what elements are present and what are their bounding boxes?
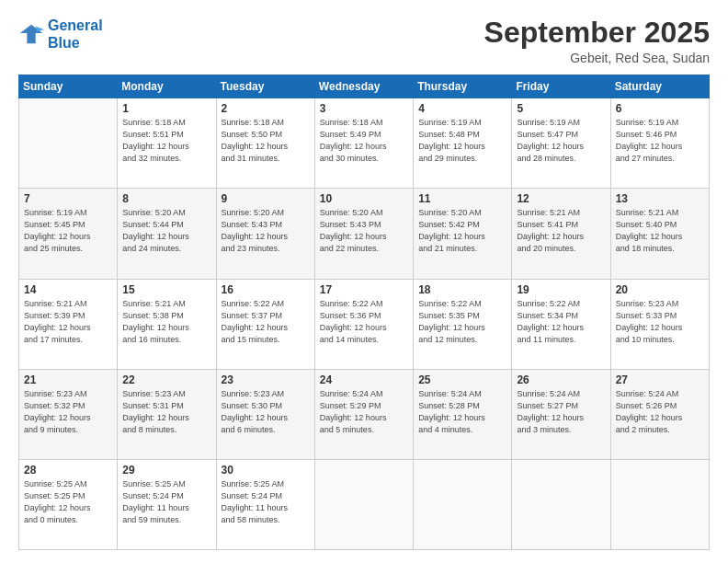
logo: General Blue <box>18 17 103 52</box>
calendar-cell: 15Sunrise: 5:21 AMSunset: 5:38 PMDayligh… <box>118 279 216 369</box>
day-number: 7 <box>24 192 112 205</box>
day-number: 16 <box>222 283 310 296</box>
calendar-cell: 25Sunrise: 5:24 AMSunset: 5:28 PMDayligh… <box>414 369 512 459</box>
day-number: 11 <box>418 192 506 205</box>
day-number: 9 <box>222 192 310 205</box>
calendar-cell: 7Sunrise: 5:19 AMSunset: 5:45 PMDaylight… <box>19 189 118 279</box>
day-info: Sunrise: 5:24 AMSunset: 5:26 PMDaylight:… <box>616 388 704 436</box>
day-number: 29 <box>122 464 210 477</box>
day-info: Sunrise: 5:24 AMSunset: 5:29 PMDaylight:… <box>320 388 408 436</box>
calendar-cell: 21Sunrise: 5:23 AMSunset: 5:32 PMDayligh… <box>19 369 118 459</box>
calendar-cell: 6Sunrise: 5:19 AMSunset: 5:46 PMDaylight… <box>610 98 709 189</box>
day-info: Sunrise: 5:23 AMSunset: 5:33 PMDaylight:… <box>616 298 704 346</box>
logo-blue: Blue <box>48 34 103 52</box>
day-number: 30 <box>222 464 310 477</box>
calendar-cell <box>512 459 610 549</box>
calendar-cell: 5Sunrise: 5:19 AMSunset: 5:47 PMDaylight… <box>512 98 610 189</box>
day-number: 26 <box>517 373 605 386</box>
day-number: 10 <box>320 192 408 205</box>
day-number: 2 <box>222 102 310 115</box>
logo-general: General <box>48 17 103 33</box>
calendar-cell: 18Sunrise: 5:22 AMSunset: 5:35 PMDayligh… <box>414 279 512 369</box>
day-info: Sunrise: 5:23 AMSunset: 5:31 PMDaylight:… <box>122 388 210 436</box>
day-info: Sunrise: 5:19 AMSunset: 5:47 PMDaylight:… <box>517 117 605 165</box>
calendar-cell: 17Sunrise: 5:22 AMSunset: 5:36 PMDayligh… <box>314 279 413 369</box>
calendar-week-row: 7Sunrise: 5:19 AMSunset: 5:45 PMDaylight… <box>19 189 710 279</box>
calendar-header-row: SundayMondayTuesdayWednesdayThursdayFrid… <box>19 75 710 98</box>
logo-text: General Blue <box>48 17 103 52</box>
calendar-week-row: 28Sunrise: 5:25 AMSunset: 5:25 PMDayligh… <box>19 459 710 549</box>
day-info: Sunrise: 5:24 AMSunset: 5:27 PMDaylight:… <box>517 388 605 436</box>
day-info: Sunrise: 5:25 AMSunset: 5:25 PMDaylight:… <box>24 478 112 526</box>
day-info: Sunrise: 5:23 AMSunset: 5:30 PMDaylight:… <box>222 388 310 436</box>
title-block: September 2025 Gebeit, Red Sea, Sudan <box>484 17 710 65</box>
day-number: 12 <box>517 192 605 205</box>
day-info: Sunrise: 5:21 AMSunset: 5:41 PMDaylight:… <box>517 207 605 255</box>
day-info: Sunrise: 5:20 AMSunset: 5:43 PMDaylight:… <box>222 207 310 255</box>
day-number: 14 <box>24 283 112 296</box>
calendar-cell: 1Sunrise: 5:18 AMSunset: 5:51 PMDaylight… <box>118 98 216 189</box>
calendar-week-row: 14Sunrise: 5:21 AMSunset: 5:39 PMDayligh… <box>19 279 710 369</box>
day-info: Sunrise: 5:25 AMSunset: 5:24 PMDaylight:… <box>222 478 310 526</box>
calendar-cell: 23Sunrise: 5:23 AMSunset: 5:30 PMDayligh… <box>216 369 314 459</box>
day-info: Sunrise: 5:20 AMSunset: 5:44 PMDaylight:… <box>122 207 210 255</box>
day-number: 24 <box>320 373 408 386</box>
day-info: Sunrise: 5:22 AMSunset: 5:35 PMDaylight:… <box>418 298 506 346</box>
calendar-cell: 14Sunrise: 5:21 AMSunset: 5:39 PMDayligh… <box>19 279 118 369</box>
day-info: Sunrise: 5:24 AMSunset: 5:28 PMDaylight:… <box>418 388 506 436</box>
day-number: 5 <box>517 102 605 115</box>
day-number: 13 <box>616 192 704 205</box>
subtitle: Gebeit, Red Sea, Sudan <box>484 51 710 65</box>
calendar-cell: 13Sunrise: 5:21 AMSunset: 5:40 PMDayligh… <box>610 189 709 279</box>
calendar-week-row: 21Sunrise: 5:23 AMSunset: 5:32 PMDayligh… <box>19 369 710 459</box>
calendar-week-row: 1Sunrise: 5:18 AMSunset: 5:51 PMDaylight… <box>19 98 710 189</box>
day-number: 6 <box>616 102 704 115</box>
day-info: Sunrise: 5:18 AMSunset: 5:49 PMDaylight:… <box>320 117 408 165</box>
day-info: Sunrise: 5:19 AMSunset: 5:48 PMDaylight:… <box>418 117 506 165</box>
day-number: 25 <box>418 373 506 386</box>
day-number: 22 <box>122 373 210 386</box>
day-info: Sunrise: 5:22 AMSunset: 5:34 PMDaylight:… <box>517 298 605 346</box>
day-info: Sunrise: 5:25 AMSunset: 5:24 PMDaylight:… <box>122 478 210 526</box>
day-number: 28 <box>24 464 112 477</box>
day-number: 21 <box>24 373 112 386</box>
header: General Blue September 2025 Gebeit, Red … <box>18 17 710 65</box>
calendar-cell: 20Sunrise: 5:23 AMSunset: 5:33 PMDayligh… <box>610 279 709 369</box>
day-number: 3 <box>320 102 408 115</box>
calendar-cell: 11Sunrise: 5:20 AMSunset: 5:42 PMDayligh… <box>414 189 512 279</box>
calendar-cell: 12Sunrise: 5:21 AMSunset: 5:41 PMDayligh… <box>512 189 610 279</box>
calendar-cell <box>610 459 709 549</box>
calendar-cell <box>19 98 118 189</box>
day-info: Sunrise: 5:18 AMSunset: 5:50 PMDaylight:… <box>222 117 310 165</box>
calendar-weekday: Saturday <box>610 75 709 98</box>
calendar-cell: 16Sunrise: 5:22 AMSunset: 5:37 PMDayligh… <box>216 279 314 369</box>
day-info: Sunrise: 5:19 AMSunset: 5:45 PMDaylight:… <box>24 207 112 255</box>
day-number: 23 <box>222 373 310 386</box>
day-info: Sunrise: 5:22 AMSunset: 5:37 PMDaylight:… <box>222 298 310 346</box>
calendar-weekday: Sunday <box>19 75 118 98</box>
svg-marker-0 <box>20 25 42 44</box>
day-number: 27 <box>616 373 704 386</box>
day-number: 19 <box>517 283 605 296</box>
day-info: Sunrise: 5:18 AMSunset: 5:51 PMDaylight:… <box>122 117 210 165</box>
day-info: Sunrise: 5:21 AMSunset: 5:39 PMDaylight:… <box>24 298 112 346</box>
day-number: 4 <box>418 102 506 115</box>
calendar-cell: 2Sunrise: 5:18 AMSunset: 5:50 PMDaylight… <box>216 98 314 189</box>
calendar-cell: 27Sunrise: 5:24 AMSunset: 5:26 PMDayligh… <box>610 369 709 459</box>
calendar-cell: 24Sunrise: 5:24 AMSunset: 5:29 PMDayligh… <box>314 369 413 459</box>
day-number: 1 <box>122 102 210 115</box>
calendar-cell: 9Sunrise: 5:20 AMSunset: 5:43 PMDaylight… <box>216 189 314 279</box>
calendar-cell: 10Sunrise: 5:20 AMSunset: 5:43 PMDayligh… <box>314 189 413 279</box>
day-number: 20 <box>616 283 704 296</box>
day-info: Sunrise: 5:22 AMSunset: 5:36 PMDaylight:… <box>320 298 408 346</box>
logo-icon <box>18 21 44 47</box>
calendar-cell: 30Sunrise: 5:25 AMSunset: 5:24 PMDayligh… <box>216 459 314 549</box>
day-number: 15 <box>122 283 210 296</box>
day-number: 8 <box>122 192 210 205</box>
calendar-cell: 4Sunrise: 5:19 AMSunset: 5:48 PMDaylight… <box>414 98 512 189</box>
calendar-cell: 3Sunrise: 5:18 AMSunset: 5:49 PMDaylight… <box>314 98 413 189</box>
calendar-weekday: Thursday <box>414 75 512 98</box>
calendar-weekday: Friday <box>512 75 610 98</box>
day-info: Sunrise: 5:21 AMSunset: 5:40 PMDaylight:… <box>616 207 704 255</box>
calendar-cell: 8Sunrise: 5:20 AMSunset: 5:44 PMDaylight… <box>118 189 216 279</box>
